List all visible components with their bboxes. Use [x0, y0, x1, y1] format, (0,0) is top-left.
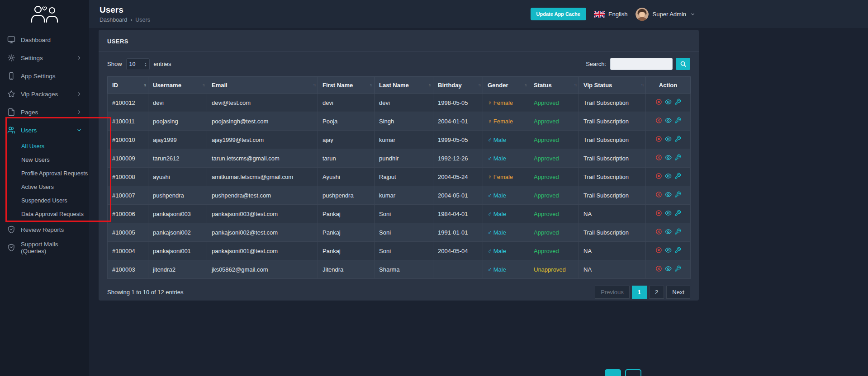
- search-button[interactable]: [676, 58, 690, 70]
- sidebar-item-app-settings[interactable]: App Settings: [0, 67, 89, 85]
- edit-user-button[interactable]: [674, 191, 681, 198]
- delete-user-button[interactable]: [655, 117, 662, 124]
- circle-x-icon: [655, 191, 662, 198]
- delete-user-button[interactable]: [655, 136, 662, 142]
- sidebar-subitem-data-approval-requests[interactable]: Data Approval Requests: [0, 207, 89, 221]
- cell-email: ajay1999@test.com: [207, 131, 318, 149]
- view-user-button[interactable]: [665, 228, 672, 235]
- view-user-button[interactable]: [665, 265, 672, 272]
- language-selector[interactable]: English: [594, 11, 628, 18]
- circle-x-icon: [655, 136, 662, 142]
- search-input[interactable]: [610, 58, 673, 70]
- edit-user-button[interactable]: [674, 136, 681, 142]
- sidebar-item-users[interactable]: Users: [0, 121, 89, 139]
- cell-email: amitkumar.letscms@gmail.com: [207, 168, 318, 186]
- uk-flag-icon: [594, 11, 605, 18]
- chat-widget-button[interactable]: [605, 369, 621, 376]
- table-header-row: ID↑↓Username↑↓Email↑↓First Name↑↓Last Na…: [108, 77, 691, 94]
- delete-user-button[interactable]: [655, 99, 662, 105]
- pagination-page-1[interactable]: 1: [632, 286, 647, 299]
- view-user-button[interactable]: [665, 154, 672, 161]
- eye-icon: [665, 191, 672, 198]
- cell-birthday: 1984-04-01: [433, 205, 483, 223]
- delete-user-button[interactable]: [655, 191, 662, 198]
- delete-user-button[interactable]: [655, 265, 662, 272]
- edit-user-button[interactable]: [674, 173, 681, 179]
- sidebar-subitem-suspended-users[interactable]: Suspended Users: [0, 193, 89, 207]
- column-header-birthday[interactable]: Birthday↑↓: [433, 77, 483, 94]
- page-size-select[interactable]: 10 ▴▾: [126, 58, 150, 70]
- user-name: Super Admin: [653, 11, 686, 18]
- chevron-right-icon: [76, 91, 82, 97]
- edit-user-button[interactable]: [674, 265, 681, 272]
- delete-user-button[interactable]: [655, 210, 662, 216]
- update-app-cache-button[interactable]: Update App Cache: [531, 8, 586, 20]
- scroll-top-button[interactable]: [625, 369, 641, 376]
- edit-user-button[interactable]: [674, 99, 681, 105]
- column-header-gender[interactable]: Gender↑↓: [483, 77, 529, 94]
- sidebar-item-pages[interactable]: Pages: [0, 103, 89, 121]
- cell-vip-status: Trail Subscription: [579, 223, 646, 242]
- cell-email: pankajsoni003@test.com: [207, 205, 318, 223]
- cell-gender: ♀Female: [483, 94, 529, 112]
- delete-user-button[interactable]: [655, 173, 662, 179]
- cell-first-name: pushpendra: [318, 186, 375, 205]
- cell-first-name: devi: [318, 94, 375, 112]
- sidebar-subitem-active-users[interactable]: Active Users: [0, 180, 89, 193]
- wrench-icon: [674, 117, 681, 124]
- column-header-vip-status[interactable]: Vip Status↑↓: [579, 77, 646, 94]
- edit-user-button[interactable]: [674, 210, 681, 216]
- view-user-button[interactable]: [665, 99, 672, 105]
- cell-vip-status: Trail Subscription: [579, 168, 646, 186]
- cell-last-name: Soni: [375, 223, 433, 242]
- column-header-last-name[interactable]: Last Name↑↓: [375, 77, 433, 94]
- pagination-page-2[interactable]: 2: [649, 286, 664, 299]
- sidebar-item-label: Support Mails (Queries): [21, 241, 82, 254]
- view-user-button[interactable]: [665, 210, 672, 216]
- column-header-first-name[interactable]: First Name↑↓: [318, 77, 375, 94]
- delete-user-button[interactable]: [655, 154, 662, 161]
- cell-status: Approved: [529, 205, 579, 223]
- mobile-icon: [7, 72, 15, 80]
- sidebar-subitem-new-users[interactable]: New Users: [0, 153, 89, 166]
- pagination-previous-button[interactable]: Previous: [595, 286, 630, 299]
- column-header-status[interactable]: Status↑↓: [529, 77, 579, 94]
- content: USERS Show 10 ▴▾ entries Search:: [89, 28, 868, 301]
- delete-user-button[interactable]: [655, 228, 662, 235]
- sidebar-item-settings[interactable]: Settings: [0, 49, 89, 67]
- eye-icon: [665, 173, 672, 179]
- eye-icon: [665, 265, 672, 272]
- sidebar-item-label: Dashboard: [21, 37, 51, 43]
- sidebar-item-dashboard[interactable]: Dashboard: [0, 31, 89, 49]
- column-header-username[interactable]: Username↑↓: [148, 77, 207, 94]
- search-label: Search:: [586, 61, 606, 67]
- column-header-email[interactable]: Email↑↓: [207, 77, 318, 94]
- pagination-next-button[interactable]: Next: [666, 286, 690, 299]
- view-user-button[interactable]: [665, 247, 672, 254]
- view-user-button[interactable]: [665, 136, 672, 142]
- cell-vip-status: Trail Subscription: [579, 131, 646, 149]
- users-icon: [7, 126, 15, 134]
- cell-gender: ♂Male: [483, 205, 529, 223]
- edit-user-button[interactable]: [674, 154, 681, 161]
- user-menu[interactable]: Super Admin: [636, 8, 695, 21]
- breadcrumb-parent[interactable]: Dashboard: [100, 17, 127, 23]
- sidebar-subitem-profile-approval-requests[interactable]: Profile Approval Requests: [0, 166, 89, 180]
- delete-user-button[interactable]: [655, 247, 662, 254]
- column-header-id[interactable]: ID↑↓: [108, 77, 148, 94]
- edit-user-button[interactable]: [674, 117, 681, 124]
- sidebar-subitem-all-users[interactable]: All Users: [0, 139, 89, 153]
- shield-check-icon: [7, 226, 15, 234]
- view-user-button[interactable]: [665, 173, 672, 179]
- edit-user-button[interactable]: [674, 247, 681, 254]
- cell-last-name: Sharma: [375, 260, 433, 279]
- sidebar-item-review-reports[interactable]: Review Reports: [0, 221, 89, 239]
- sidebar-item-vip-packages[interactable]: Vip Packages: [0, 85, 89, 103]
- view-user-button[interactable]: [665, 191, 672, 198]
- pagination: Previous 12 Next: [593, 286, 690, 299]
- sidebar-item-support-mails-queries[interactable]: Support Mails (Queries): [0, 239, 89, 257]
- view-user-button[interactable]: [665, 117, 672, 124]
- wrench-icon: [674, 99, 681, 105]
- edit-user-button[interactable]: [674, 228, 681, 235]
- cell-birthday: 2004-05-01: [433, 186, 483, 205]
